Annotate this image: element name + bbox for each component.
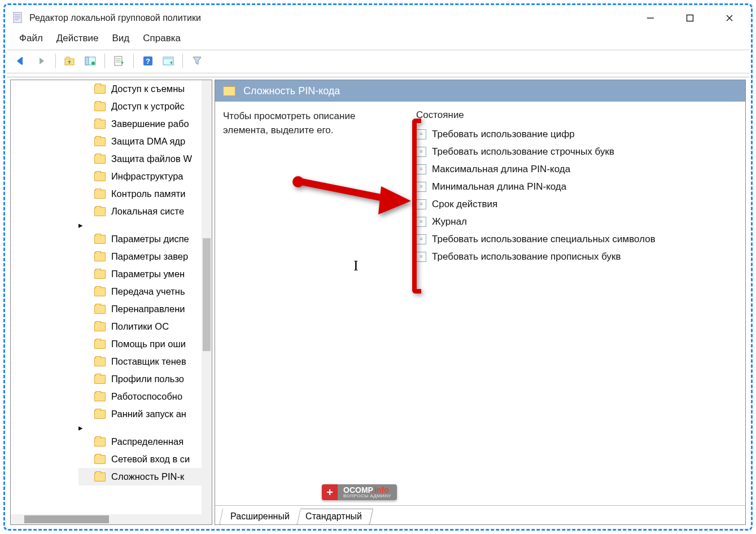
policy-icon: ≡ [416,234,426,244]
folder-icon [94,357,106,366]
tree-vertical-scrollbar[interactable] [202,80,212,514]
details-title: Сложность PIN-кода [243,85,340,97]
policy-item[interactable]: ≡Требовать использование специальных сим… [416,230,745,248]
policy-item[interactable]: ≡Срок действия [416,195,745,213]
menu-file[interactable]: Файл [19,33,43,44]
tree-item[interactable]: Распределенная [78,433,212,450]
folder-icon [94,455,106,464]
menu-view[interactable]: Вид [112,33,130,44]
policy-label: Требовать использование прописных букв [432,251,621,262]
expand-icon[interactable]: ▸ [78,423,83,432]
nav-forward-button[interactable] [33,52,50,69]
tree-item-label: Поставщик тенев [111,356,186,367]
folder-icon [94,340,106,349]
details-pane-button[interactable] [160,52,177,69]
tree-item[interactable]: Инфраструктура [78,168,212,185]
svg-rect-5 [85,57,89,65]
tree-item-label: Доступ к съемны [111,84,185,94]
folder-icon [94,392,106,401]
menu-action[interactable]: Действие [56,33,99,44]
tree-item[interactable]: Помощь при оши [78,335,212,353]
folder-icon [223,86,235,96]
tab-extended[interactable]: Расширенный [219,509,301,525]
tree-pane: Доступ к съемныДоступ к устройсЗавершени… [10,80,212,525]
app-icon [12,11,24,25]
tree-item[interactable]: Параметры умен [78,265,212,283]
tree-item-label: Параметры умен [111,269,185,279]
tree-item[interactable]: Сетевой вход в си [78,450,212,468]
expand-icon[interactable]: ▸ [78,220,83,230]
folder-icon [94,287,106,296]
svg-rect-7 [115,56,122,65]
policy-item[interactable]: ≡Журнал [416,213,745,230]
menu-help[interactable]: Справка [143,33,181,44]
state-column-header[interactable]: Состояние [416,110,745,121]
tree-item[interactable]: Параметры завер [78,248,212,265]
svg-rect-0 [14,12,21,23]
export-list-button[interactable] [111,52,128,69]
policy-item[interactable]: ≡Минимальная длина PIN-кода [416,178,745,195]
policy-item[interactable]: ≡Требовать использование строчных букв [416,143,745,160]
folder-icon [94,252,106,261]
folder-icon [94,410,106,419]
tree-item[interactable]: Перенаправлени [78,300,212,318]
tree-item-label: Распределенная [111,436,183,447]
tree-item[interactable]: Защита DMA ядр [78,133,212,150]
tree-item[interactable]: Завершение рабо [78,115,212,133]
policy-item[interactable]: ≡Максимальная длина PIN-кода [416,160,745,178]
app-window: Редактор локальной групповой политики Фа… [7,7,749,527]
folder-icon [94,102,106,111]
tree-item[interactable]: Доступ к устройс [78,98,212,115]
policy-icon: ≡ [416,129,426,139]
tree-item[interactable]: Локальная систе [78,203,212,220]
tab-standard[interactable]: Стандартный [294,509,373,525]
folder-icon [94,190,106,199]
tree-item-label: Параметры диспе [111,234,189,244]
nav-back-button[interactable] [12,52,29,69]
tree-item[interactable]: Профили пользо [78,370,212,388]
policy-icon: ≡ [416,217,426,227]
description-text: Чтобы просмотреть описание элемента, выд… [223,110,404,505]
tree-item-label: Перенаправлени [111,304,185,314]
up-folder-button[interactable] [62,52,78,69]
policy-item[interactable]: ≡Требовать использование прописных букв [416,248,745,265]
filter-button[interactable] [189,52,206,69]
view-tabs: Расширенный Стандартный [215,505,745,524]
tree-item[interactable]: Ранний запуск ан [78,405,212,423]
close-button[interactable] [721,10,738,27]
tree-item[interactable]: Контроль памяти [78,185,212,203]
folder-icon [94,85,106,94]
policy-icon: ≡ [416,164,426,174]
tree-item[interactable]: Параметры диспе [78,230,212,248]
svg-rect-2 [687,15,693,21]
policy-label: Журнал [432,216,467,227]
minimize-button[interactable] [642,10,659,27]
folder-icon [94,305,106,314]
tree-item[interactable]: Защита файлов W [78,150,212,168]
maximize-button[interactable] [681,10,698,27]
policy-icon: ≡ [416,252,426,262]
tree-item[interactable]: Передача учетнь [78,283,212,300]
folder-icon [94,375,106,384]
policy-icon: ≡ [416,147,426,157]
tree-item[interactable]: Сложность PIN-к [78,468,212,485]
tree-item[interactable]: Доступ к съемны [78,80,212,98]
tree-item-label: Защита файлов W [111,154,192,164]
show-hide-tree-button[interactable] [82,52,99,69]
folder-icon [94,207,106,216]
tree-item-label: Ранний запуск ан [111,409,186,419]
tree-horizontal-scrollbar[interactable] [11,514,212,524]
tree-item[interactable]: Политики ОС [78,318,212,335]
tree-item-label: Защита DMA ядр [111,136,185,147]
policy-label: Требовать использование строчных букв [432,146,614,157]
folder-icon [94,155,106,164]
help-button[interactable]: ? [139,52,156,69]
tree-item-label: Инфраструктура [111,171,183,182]
tree-item-label: Параметры завер [111,251,188,262]
folder-icon [94,472,106,482]
tree-item-label: Помощь при оши [111,339,186,349]
policy-item[interactable]: ≡Требовать использование цифр [416,125,745,143]
toolbar: ? [7,50,749,73]
tree-item[interactable]: Работоспособно [78,388,212,405]
tree-item[interactable]: Поставщик тенев [78,353,212,370]
